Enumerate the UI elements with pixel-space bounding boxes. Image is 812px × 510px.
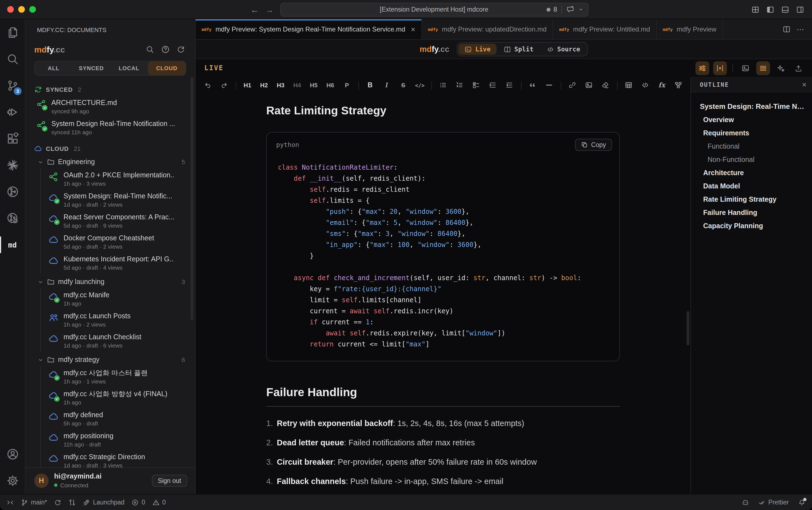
outline-item[interactable]: System Design: Real-Time N…	[691, 100, 808, 113]
bold-button[interactable]: B	[362, 79, 378, 91]
indent-button[interactable]	[485, 79, 500, 91]
document-item[interactable]: mdfy.cc 사업화 방향성 v4 (FINAL)1h ago	[41, 387, 195, 408]
filter-synced[interactable]: SYNCED	[72, 61, 111, 75]
section-synced[interactable]: SYNCED2	[25, 82, 195, 96]
status-copilot[interactable]	[742, 499, 749, 506]
strikethrough-button[interactable]: S	[396, 79, 411, 91]
status-warnings[interactable]: 0	[152, 499, 166, 506]
outline-item[interactable]: Requirements	[691, 126, 808, 140]
mode-source-button[interactable]: Source	[541, 44, 586, 55]
activity-accounts[interactable]	[0, 441, 25, 468]
outline-item[interactable]: Failure Handling	[691, 206, 808, 219]
document-item[interactable]: mdfy.cc Launch Posts1h ago · 2 views	[41, 309, 195, 331]
outdent-button[interactable]	[502, 79, 517, 91]
editor-tab[interactable]: mdfymdfy Preview: updatedDirection.md	[422, 19, 553, 39]
undo-button[interactable]	[200, 79, 215, 91]
align-justify-button[interactable]	[756, 61, 770, 75]
zoom-button[interactable]	[29, 6, 36, 13]
split-editor-icon[interactable]	[783, 25, 790, 33]
ai-sparkles-button[interactable]	[774, 61, 788, 75]
back-icon[interactable]: ←	[251, 5, 259, 13]
status-git-branch[interactable]: main*	[21, 499, 47, 506]
document-item[interactable]: OAuth 2.0 + PKCE Implementation...1h ago…	[41, 169, 195, 190]
document-item[interactable]: ARCHITECTURE.mdsynced 9h ago	[25, 96, 195, 117]
panel-left-icon[interactable]	[766, 5, 775, 13]
clear-formatting-button[interactable]	[598, 79, 613, 91]
ordered-list-button[interactable]	[452, 79, 467, 91]
activity-starburst[interactable]	[0, 152, 25, 178]
close-icon[interactable]: ×	[411, 25, 415, 33]
mode-split-button[interactable]: Split	[498, 44, 540, 55]
h2-button[interactable]: H2	[257, 79, 271, 91]
h4-button[interactable]: H4	[290, 79, 304, 91]
close-button[interactable]	[7, 6, 14, 13]
command-center[interactable]: [Extension Development Host] mdcore 8	[280, 2, 588, 16]
refresh-icon[interactable]	[177, 45, 185, 54]
spacing-button[interactable]	[713, 61, 727, 75]
panel-bottom-icon[interactable]	[781, 5, 789, 13]
outline-item[interactable]: Capacity Planning	[691, 219, 808, 233]
filter-cloud[interactable]: CLOUD	[148, 61, 186, 75]
export-button[interactable]	[791, 61, 805, 75]
filter-all[interactable]: ALL	[35, 61, 72, 75]
status-launchpad[interactable]: Launchpad	[83, 499, 124, 506]
document-item[interactable]: Docker Compose Cheatsheet5d ago · draft …	[41, 231, 195, 253]
sidebar-scrollbar[interactable]	[191, 77, 193, 320]
folder-row[interactable]: Engineering5	[25, 155, 195, 169]
activity-settings[interactable]	[0, 468, 25, 494]
layout-grid-icon[interactable]	[751, 5, 759, 13]
document-item[interactable]: mdfy defined5h ago · draft	[41, 408, 195, 429]
panel-right-icon[interactable]	[796, 5, 804, 13]
inline-code-button[interactable]: </>	[412, 79, 427, 91]
activity-extensions[interactable]	[0, 125, 25, 152]
activity-run-debug[interactable]	[0, 99, 25, 125]
outline-item[interactable]: Rate Limiting Strategy	[691, 193, 808, 206]
markdown-preview[interactable]: Rate Limiting Strategy python Copy class…	[196, 93, 691, 494]
horizontal-rule-button[interactable]	[542, 79, 556, 91]
blockquote-button[interactable]	[525, 79, 540, 91]
activity-source-control[interactable]: 3	[0, 73, 25, 99]
h6-button[interactable]: H6	[323, 79, 338, 91]
table-button[interactable]	[621, 79, 636, 91]
link-button[interactable]	[565, 79, 580, 91]
activity-explorer[interactable]	[0, 19, 25, 46]
task-list-button[interactable]	[469, 79, 484, 91]
forward-icon[interactable]: →	[265, 5, 274, 13]
editor-scrollbar[interactable]	[687, 311, 689, 345]
more-actions-icon[interactable]: ⋯	[796, 25, 805, 34]
activity-mdfy[interactable]: md	[0, 231, 25, 258]
document-item[interactable]: mdfy positioning11h ago · draft	[41, 429, 195, 450]
outline-item[interactable]: Data Model	[691, 179, 808, 193]
image-button[interactable]	[581, 79, 596, 91]
status-prettier[interactable]: Prettier	[758, 499, 789, 506]
status-errors[interactable]: 0	[132, 499, 145, 506]
math-button[interactable]: fx	[654, 79, 669, 91]
folder-row[interactable]: mdfy launching3	[25, 275, 195, 288]
status-sync[interactable]	[54, 499, 62, 506]
mode-live-button[interactable]: Live	[459, 44, 497, 55]
outline-item[interactable]: Non-Functional	[691, 153, 808, 166]
status-compare[interactable]	[69, 499, 76, 506]
h1-button[interactable]: H1	[240, 79, 255, 91]
search-icon[interactable]	[146, 45, 154, 54]
activity-search[interactable]	[0, 46, 25, 73]
document-item[interactable]: Kubernetes Incident Report: API G...5d a…	[41, 253, 195, 274]
chevron-down-icon[interactable]	[578, 7, 584, 12]
editor-tab[interactable]: mdfymdfy Preview: System Design Real-Tim…	[196, 19, 422, 39]
outline-item[interactable]: Functional	[691, 140, 808, 153]
sign-out-button[interactable]: Sign out	[152, 474, 187, 486]
section-cloud[interactable]: CLOUD21	[25, 141, 195, 155]
document-item[interactable]: mdfy.cc 사업화 마스터 플랜1h ago · 1 views	[41, 366, 195, 387]
document-item[interactable]: mdfy.cc Manife1h ago	[41, 288, 195, 309]
document-item[interactable]: mdfy.cc Launch Checklist1d ago · draft ·…	[41, 331, 195, 351]
document-item[interactable]: System Design: Real-Time Notific...1d ag…	[41, 190, 195, 210]
insert-image-button[interactable]	[738, 61, 752, 75]
outline-item[interactable]: Architecture	[691, 166, 808, 179]
italic-button[interactable]: I	[379, 79, 394, 91]
activity-git-graph[interactable]	[0, 178, 25, 205]
redo-button[interactable]	[217, 79, 232, 91]
editor-tab[interactable]: mdfymdfy Preview	[657, 19, 723, 39]
format-settings-button[interactable]	[695, 61, 709, 75]
minimize-button[interactable]	[18, 6, 25, 13]
editor-tab[interactable]: mdfymdfy Preview: Untitled.md	[553, 19, 657, 39]
